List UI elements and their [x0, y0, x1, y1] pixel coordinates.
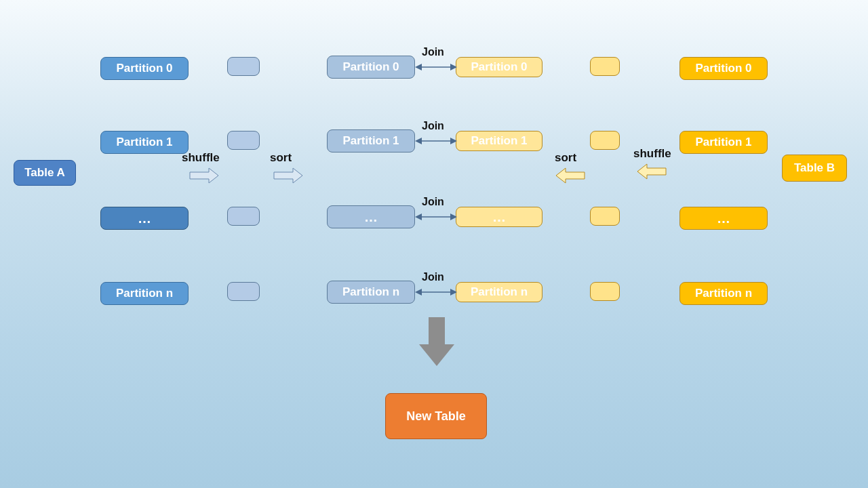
shuffle-b-0 [590, 57, 620, 76]
shuffle-a-0 [227, 57, 260, 76]
join-arrow-1 [414, 135, 458, 147]
join-label-n: Join [422, 271, 444, 283]
join-label-dots: Join [422, 196, 444, 208]
table-a-label: Table A [14, 160, 76, 186]
part-b-0: Partition 0 [679, 57, 768, 80]
part-a-n: Partition n [100, 282, 189, 305]
sort-b-dots: … [456, 207, 542, 227]
join-arrow-dots [414, 211, 458, 223]
down-arrow-icon [416, 314, 457, 369]
sort-a-0: Partition 0 [327, 56, 415, 79]
new-table-box: New Table [385, 393, 487, 439]
part-a-dots: … [100, 207, 189, 230]
sort-label-a: sort [270, 151, 292, 165]
sort-arrow-a [273, 167, 304, 184]
sort-label-b: sort [555, 151, 576, 165]
sort-arrow-b [555, 167, 586, 184]
part-a-1: Partition 1 [100, 131, 189, 154]
join-arrow-0 [414, 61, 458, 73]
shuffle-b-n [590, 282, 620, 301]
join-label-0: Join [422, 46, 444, 58]
shuffle-a-n [227, 282, 260, 301]
sort-a-n: Partition n [327, 281, 415, 304]
sort-b-0: Partition 0 [456, 57, 542, 77]
sort-a-dots: … [327, 205, 415, 228]
shuffle-a-dots [227, 207, 260, 226]
shuffle-b-1 [590, 131, 620, 150]
table-b-label: Table B [782, 155, 847, 182]
join-label-1: Join [422, 120, 444, 132]
shuffle-label-a: shuffle [182, 151, 220, 165]
shuffle-arrow-a [189, 167, 220, 184]
shuffle-arrow-b [636, 163, 667, 180]
diagram-canvas: Table A Table B Partition 0 Partition 0 … [0, 0, 868, 488]
shuffle-b-dots [590, 207, 620, 226]
part-b-1: Partition 1 [679, 131, 768, 154]
shuffle-label-b: shuffle [633, 147, 671, 161]
sort-b-n: Partition n [456, 282, 542, 302]
join-arrow-n [414, 286, 458, 298]
part-a-0: Partition 0 [100, 57, 189, 80]
part-b-dots: … [679, 207, 768, 230]
sort-b-1: Partition 1 [456, 131, 542, 151]
shuffle-a-1 [227, 131, 260, 150]
part-b-n: Partition n [679, 282, 768, 305]
sort-a-1: Partition 1 [327, 129, 415, 152]
